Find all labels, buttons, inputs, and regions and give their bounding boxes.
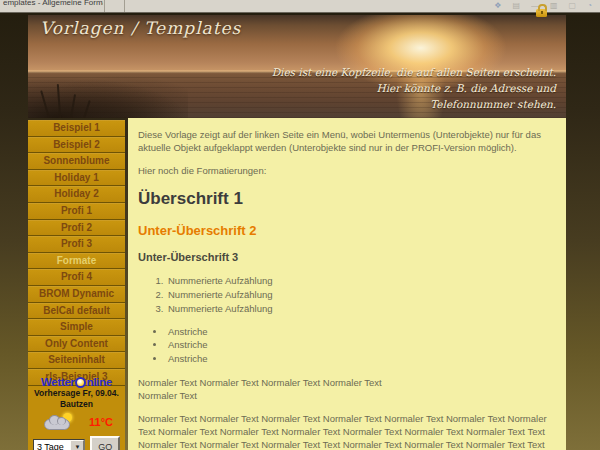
screenshot-stage: emplates - Allgemeine Formate für Texte … [0,0,600,450]
sample-heading-2: Unter-Überschrift 2 [138,223,556,238]
numbered-list-item: Nummerierte Aufzählung [166,274,556,288]
lock-icon[interactable] [536,9,547,17]
chevron-down-icon[interactable]: ▼ [70,440,84,450]
forecast-row: 11°C [28,412,125,432]
header-tagline: Dies ist eine Kopfzeile, die auf allen S… [272,65,556,112]
bullet-list: Anstriche Anstriche Anstriche [154,325,556,366]
sidebar-menu: Beispiel 1 Beispiel 2 Sonnenblume Holida… [28,120,125,450]
dune-grass-silhouette [28,76,188,118]
forecast-range-select[interactable]: 3 Tage ▼ [33,439,85,450]
tagline-line: Hier könnte z. B. die Adresse und [377,82,556,94]
sidebar-item-holiday-2[interactable]: Holiday 2 [28,186,125,203]
browser-toolbar-icon[interactable]: ▤ [512,1,520,11]
sidebar-item-only-content[interactable]: Only Content [28,336,125,353]
sun-o-icon [75,377,86,388]
wetteronline-logo[interactable]: Wetternline [28,376,125,388]
go-button[interactable]: GO [90,436,120,450]
browser-tab-title[interactable]: emplates - Allgemeine Formate für Texte … [3,0,103,7]
normal-text-short: Normaler Text Normaler Text Normaler Tex… [138,376,556,402]
normal-text-long: Normaler Text Normaler Text Normaler Tex… [138,412,556,450]
sidebar-item-sonnenblume[interactable]: Sonnenblume [28,153,125,170]
bullet-list-item: Anstriche [166,338,556,352]
numbered-list-item: Nummerierte Aufzählung [166,302,556,316]
browser-toolbar-icon[interactable]: ▥ [550,1,558,11]
cloud-sun-icon [44,413,74,431]
browser-toolbar-icon[interactable]: ❖ [494,1,501,11]
tab-separator [104,0,105,12]
sidebar-item-simple[interactable]: Simple [28,319,125,336]
forecast-date: Vorhersage Fr, 09.04. [28,388,125,399]
header-sunset-image: Vorlagen / Templates Dies ist eine Kopfz… [28,15,566,118]
sample-heading-1: Überschrift 1 [138,189,556,209]
intro-paragraph-2: Hier noch die Formatierungen: [138,164,556,177]
grass-blade [57,84,61,118]
bullet-list-item: Anstriche [166,352,556,366]
temperature-value: 11°C [89,416,113,428]
site-title: Vorlagen / Templates [40,18,241,38]
cloud-icon [44,419,70,430]
sidebar-item-profi-4[interactable]: Profi 4 [28,269,125,286]
sidebar-item-formate[interactable]: Formate [28,253,125,270]
intro-paragraph: Diese Vorlage zeigt auf der linken Seite… [138,128,556,154]
tab-separator [124,0,125,12]
grass-blade [40,90,50,117]
bullet-list-item: Anstriche [166,325,556,339]
numbered-list-item: Nummerierte Aufzählung [166,288,556,302]
sidebar-item-seiteninhalt[interactable]: Seiteninhalt [28,352,125,369]
sidebar-item-beispiel-2[interactable]: Beispiel 2 [28,137,125,154]
grass-blade [83,100,90,118]
browser-toolbar-icon[interactable]: ◔ [587,1,592,11]
browser-toolbar-icon[interactable]: ▢ [569,1,577,11]
grass-blade [70,94,76,118]
brand-text: Wetter [41,376,75,388]
browser-chrome-strip: emplates - Allgemeine Formate für Texte … [0,0,600,13]
sample-heading-3: Unter-Überschrift 3 [138,251,556,263]
tagline-line: Dies ist eine Kopfzeile, die auf allen S… [272,66,556,78]
sidebar-item-belcal-default[interactable]: BelCal default [28,303,125,320]
sidebar-item-profi-2[interactable]: Profi 2 [28,220,125,237]
brand-text: nline [87,376,112,388]
sidebar-item-profi-1[interactable]: Profi 1 [28,203,125,220]
sidebar-item-brom-dynamic[interactable]: BROM Dynamic [28,286,125,303]
sidebar-item-beispiel-1[interactable]: Beispiel 1 [28,120,125,137]
weather-widget: Wetternline Vorhersage Fr, 09.04. Bautze… [28,376,125,450]
weather-controls: 3 Tage ▼ GO [28,436,125,450]
select-value: 3 Tage [37,442,64,450]
tagline-line: Telefonnummer stehen. [430,98,556,110]
forecast-location: Bautzen [28,399,125,410]
sidebar-item-holiday-1[interactable]: Holiday 1 [28,170,125,187]
sidebar-item-profi-3[interactable]: Profi 3 [28,236,125,253]
main-content: Diese Vorlage zeigt auf der linken Seite… [128,118,566,450]
numbered-list: Nummerierte Aufzählung Nummerierte Aufzä… [154,274,556,315]
